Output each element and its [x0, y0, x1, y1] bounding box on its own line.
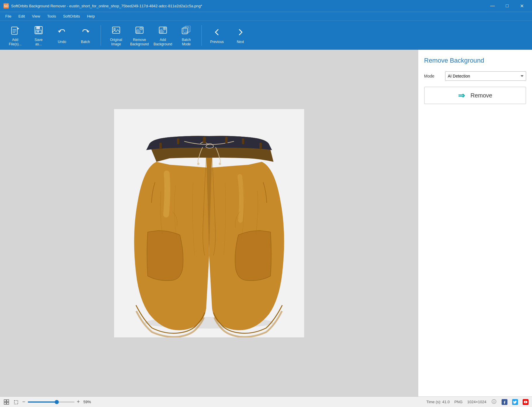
toolbar: Add File(s)... Save as... Undo [0, 20, 532, 50]
zoom-slider-fill [28, 401, 56, 403]
add-files-button[interactable]: Add File(s)... [5, 24, 26, 47]
svg-rect-32 [4, 400, 6, 402]
svg-rect-27 [177, 138, 179, 144]
menu-edit[interactable]: Edit [16, 13, 28, 20]
svg-point-24 [197, 163, 199, 165]
crop-icon[interactable] [13, 399, 19, 405]
svg-rect-29 [225, 137, 228, 143]
svg-rect-30 [242, 138, 244, 144]
image-canvas [107, 103, 311, 343]
youtube-icon[interactable] [523, 399, 528, 405]
save-icon [33, 24, 44, 36]
dimensions-label: 1024×1024 [467, 400, 486, 404]
svg-rect-33 [7, 400, 9, 402]
next-icon [235, 26, 246, 38]
previous-icon [211, 26, 223, 38]
next-button[interactable]: Next [230, 24, 251, 47]
app-icon: SO [4, 3, 9, 8]
svg-rect-9 [37, 31, 39, 32]
svg-rect-36 [14, 401, 18, 404]
remove-arrow-icon: ⇒ [458, 91, 465, 100]
maximize-button[interactable]: □ [500, 0, 514, 12]
previous-label: Previous [210, 40, 224, 44]
twitter-icon[interactable] [512, 399, 518, 405]
facebook-icon[interactable] [502, 399, 507, 405]
svg-rect-26 [159, 143, 162, 149]
window-title: SoftOrbits Background Remover - eustin_s… [11, 4, 202, 8]
svg-point-11 [114, 28, 115, 30]
add-background-button[interactable]: Add Background [152, 24, 173, 47]
svg-point-25 [219, 163, 221, 165]
original-image-button[interactable]: Original Image [106, 24, 127, 47]
svg-rect-34 [4, 402, 6, 404]
status-bar: − + 59% Time (s): 41.0 PNG 1024×1024 ⓘ [0, 396, 532, 407]
menu-softorbits[interactable]: SoftOrbits [60, 13, 83, 20]
add-files-icon [9, 24, 21, 36]
format-label: PNG [454, 400, 462, 404]
svg-rect-31 [259, 143, 262, 149]
original-image-icon [110, 24, 122, 36]
zoom-slider-container: − + [22, 399, 80, 405]
close-button[interactable]: ✕ [515, 0, 528, 12]
mode-label: Mode [424, 74, 442, 78]
remove-bg-label: Remove Background [130, 38, 149, 46]
zoom-minus-button[interactable]: − [22, 399, 25, 405]
svg-rect-10 [112, 27, 120, 33]
add-bg-label: Add Background [154, 38, 172, 46]
canvas-area[interactable] [0, 50, 418, 396]
remove-background-button[interactable]: Remove Background [129, 24, 150, 47]
mode-row: Mode AI Detection Manual Color [424, 71, 526, 81]
zoom-value: 59% [83, 400, 91, 404]
batch-mode-label: Batch Mode [182, 38, 191, 46]
original-image-label: Original Image [110, 38, 122, 46]
next-label: Next [237, 40, 244, 44]
svg-rect-35 [7, 402, 9, 404]
undo-label: Undo [58, 40, 66, 44]
title-bar: SO SoftOrbits Background Remover - eusti… [0, 0, 532, 12]
menu-help[interactable]: Help [84, 13, 98, 20]
menu-file[interactable]: File [2, 13, 14, 20]
remove-bg-icon [134, 24, 145, 36]
remove-label: Remove [471, 92, 492, 99]
minimize-button[interactable]: — [486, 0, 499, 12]
panel-title: Remove Background [424, 57, 526, 64]
menu-tools[interactable]: Tools [44, 13, 59, 20]
zoom-slider-thumb[interactable] [55, 400, 59, 404]
mode-select[interactable]: AI Detection Manual Color [445, 71, 526, 81]
status-bar-right: Time (s): 41.0 PNG 1024×1024 ⓘ [426, 399, 528, 405]
zoom-plus-button[interactable]: + [77, 399, 80, 405]
redo-label: Batch [81, 40, 90, 44]
save-as-button[interactable]: Save as... [28, 24, 49, 47]
redo-button[interactable]: Batch [75, 24, 96, 47]
time-label: Time (s): 41.0 [426, 400, 450, 404]
right-panel: Remove Background Mode AI Detection Manu… [418, 50, 532, 396]
undo-icon [56, 26, 68, 38]
toolbar-separator-2 [202, 25, 202, 46]
previous-button[interactable]: Previous [206, 24, 228, 47]
add-files-label: Add File(s)... [9, 38, 21, 46]
add-bg-icon [157, 24, 169, 36]
svg-rect-28 [203, 137, 206, 143]
menu-bar: File Edit View Tools SoftOrbits Help [0, 12, 532, 20]
grid-view-icon[interactable] [4, 399, 9, 405]
save-as-label: Save as... [35, 38, 42, 46]
batch-mode-button[interactable]: Batch Mode [176, 24, 197, 47]
info-icon[interactable]: ⓘ [491, 399, 497, 405]
toolbar-separator-1 [101, 25, 101, 46]
zoom-slider[interactable] [28, 401, 75, 403]
batch-mode-icon [180, 24, 192, 36]
window-controls: — □ ✕ [486, 0, 528, 12]
main-content: Remove Background Mode AI Detection Manu… [0, 50, 532, 396]
menu-view[interactable]: View [29, 13, 43, 20]
undo-button[interactable]: Undo [51, 24, 73, 47]
redo-icon [80, 26, 91, 38]
status-bar-left: − + 59% [4, 399, 421, 405]
svg-rect-0 [11, 27, 17, 34]
svg-rect-7 [36, 27, 40, 29]
remove-button[interactable]: ⇒ Remove [424, 87, 526, 104]
